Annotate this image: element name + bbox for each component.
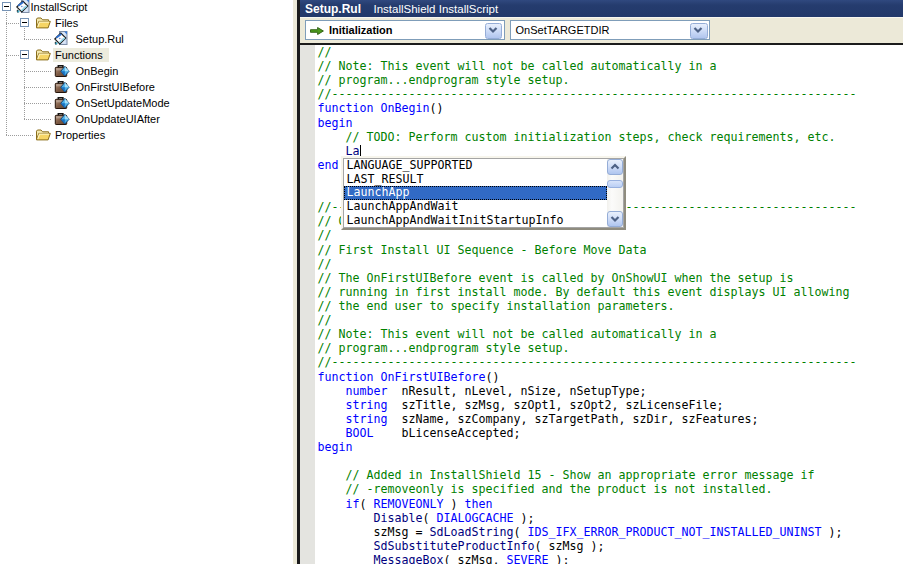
- autocomplete-item[interactable]: LaunchAppAndWait: [344, 200, 608, 214]
- tree-item-onfirstuibefore[interactable]: OnFirstUIBefore: [0, 79, 293, 95]
- chevron-down-icon: [692, 25, 704, 35]
- code-segment: //: [318, 313, 332, 327]
- tree-item-files[interactable]: Files: [0, 15, 293, 31]
- code-segment: function OnFirstUIBefore: [318, 370, 486, 384]
- code-line: // program...endprogram style setup.: [315, 341, 903, 355]
- code-segment: // First Install UI Sequence - Before Mo…: [318, 243, 647, 257]
- event-handler-dropdown-button[interactable]: [690, 23, 708, 40]
- code-segment: // TODO: Perform custom initialization s…: [318, 130, 836, 144]
- code-segment: (: [360, 497, 374, 511]
- code-editor[interactable]: //// Note: This event will not be called…: [300, 45, 903, 564]
- tree-item-label[interactable]: Functions: [53, 48, 109, 62]
- code-segment: (): [429, 101, 443, 115]
- green-arrow-right-icon: [310, 27, 324, 35]
- code-segment: // running in first install mode. By def…: [318, 285, 850, 299]
- autocomplete-item[interactable]: LANGUAGE_SUPPORTED: [344, 159, 608, 173]
- minus-glyph: [4, 6, 9, 7]
- code-segment: ): [444, 497, 465, 511]
- code-line: MessageBox( szMsg, SEVERE );: [315, 553, 903, 564]
- code-segment: nResult, nLevel, nSize, nSetupType;: [388, 384, 647, 398]
- tree-item-properties[interactable]: Properties: [0, 127, 293, 143]
- code-segment: );: [514, 511, 535, 525]
- event-category-dropdown-button[interactable]: [485, 23, 503, 40]
- pane-subtitle: InstallShield InstallScript: [374, 3, 499, 15]
- minus-glyph: [22, 22, 27, 23]
- tree-item-label[interactable]: OnUpdateUIAfter: [74, 112, 162, 126]
- tree-item-onbegin[interactable]: OnBegin: [0, 63, 293, 79]
- autocomplete-listbox: LANGUAGE_SUPPORTEDLAST_RESULTLaunchAppLa…: [343, 158, 625, 229]
- script-editor-panel: Setup.Rul InstallShield InstallScript In…: [300, 0, 903, 564]
- tree-expander-minus-icon[interactable]: [20, 50, 29, 59]
- code-segment: (: [513, 525, 527, 539]
- autocomplete-scrollbar[interactable]: [607, 159, 623, 228]
- code-line: // The OnFirstUIBefore event is called b…: [315, 271, 903, 285]
- pane-title: Setup.Rul: [305, 2, 361, 16]
- code-segment: //--------------------------------------…: [318, 355, 857, 369]
- event-handler-combobox[interactable]: OnSetTARGETDIR: [510, 20, 710, 40]
- minus-glyph: [22, 54, 27, 55]
- tree-item-onsetupdatemode[interactable]: OnSetUpdateMode: [0, 95, 293, 111]
- code-segment: );: [549, 553, 570, 564]
- tree-expander-minus-icon[interactable]: [20, 18, 29, 27]
- tree-item-functions[interactable]: Functions: [0, 47, 293, 63]
- code-segment: // the end user to specify installation …: [318, 299, 675, 313]
- tree-item-label[interactable]: Files: [53, 16, 80, 30]
- code-segment: //: [318, 45, 332, 59]
- code-segment: (): [485, 370, 499, 384]
- code-segment: bLicenseAccepted;: [374, 426, 521, 440]
- code-segment: if: [346, 497, 360, 511]
- code-segment: DIALOGCACHE: [437, 511, 514, 525]
- code-segment: );: [821, 525, 842, 539]
- code-segment: [318, 553, 374, 564]
- code-segment: szMsg =: [318, 525, 430, 539]
- code-segment: begin: [318, 116, 353, 130]
- tree-item-label[interactable]: OnSetUpdateMode: [74, 96, 172, 110]
- code-segment: then: [465, 497, 493, 511]
- event-category-combobox[interactable]: Initialization: [305, 20, 505, 40]
- chevron-up-icon: [609, 162, 621, 172]
- event-category-value: Initialization: [329, 24, 393, 36]
- code-segment: // program...endprogram style setup.: [318, 73, 570, 87]
- folder-icon: [35, 15, 51, 31]
- function-icon: [54, 95, 70, 111]
- scrollbar-up-button[interactable]: [607, 159, 623, 175]
- code-line: // -removeonly is specified and the prod…: [315, 482, 903, 496]
- tree-item-label[interactable]: InstallScript: [29, 0, 90, 14]
- tree-item-label[interactable]: OnFirstUIBefore: [74, 80, 157, 94]
- code-line: // Added in InstallShield 15 - Show an a…: [315, 468, 903, 482]
- code-segment: SEVERE: [507, 553, 549, 564]
- code-segment: // The OnFirstUIBefore event is called b…: [318, 271, 794, 285]
- code-line: // program...endprogram style setup.: [315, 73, 903, 87]
- code-line: // running in first install mode. By def…: [315, 285, 903, 299]
- code-line: SdSubstituteProductInfo( szMsg );: [315, 539, 903, 553]
- event-handler-value: OnSetTARGETDIR: [516, 24, 610, 36]
- code-segment: function OnBegin: [318, 101, 430, 115]
- function-icon: [54, 111, 70, 127]
- tree-item-onupdateuiafter[interactable]: OnUpdateUIAfter: [0, 111, 293, 127]
- scrollbar-down-button[interactable]: [607, 211, 623, 227]
- autocomplete-item[interactable]: LAST_RESULT: [344, 173, 608, 187]
- code-segment: //--------------------------------------…: [318, 87, 857, 101]
- code-line: begin: [315, 116, 903, 130]
- code-line: BOOL bLicenseAccepted;: [315, 426, 903, 440]
- tree-item-installscript[interactable]: InstallScript: [0, 0, 293, 15]
- tree-item-label[interactable]: Setup.Rul: [74, 32, 126, 46]
- code-line: szMsg = SdLoadString( IDS_IFX_ERROR_PROD…: [315, 525, 903, 539]
- tree-item-label[interactable]: Properties: [53, 128, 107, 142]
- code-segment: SdSubstituteProductInfo: [374, 539, 535, 553]
- code-line: if( REMOVEONLY ) then: [315, 497, 903, 511]
- tree-item-label[interactable]: OnBegin: [74, 64, 121, 78]
- code-line: function OnBegin(): [315, 101, 903, 115]
- code-line: //: [315, 257, 903, 271]
- code-line: Disable( DIALOGCACHE );: [315, 511, 903, 525]
- chevron-down-icon: [609, 214, 621, 224]
- autocomplete-item-selected[interactable]: LaunchApp: [344, 186, 608, 200]
- code-line: // Note: This event will not be called a…: [315, 59, 903, 73]
- code-segment: // Note: This event will not be called a…: [318, 59, 724, 73]
- tree-expander-minus-icon[interactable]: [2, 2, 11, 11]
- scrollbar-thumb[interactable]: [607, 180, 623, 188]
- autocomplete-item[interactable]: LaunchAppAndWaitInitStartupInfo: [344, 214, 608, 228]
- pane-header: Setup.Rul InstallShield InstallScript: [300, 0, 903, 17]
- tree-item-setup-rul[interactable]: Setup.Rul: [0, 31, 293, 47]
- code-segment: [318, 384, 346, 398]
